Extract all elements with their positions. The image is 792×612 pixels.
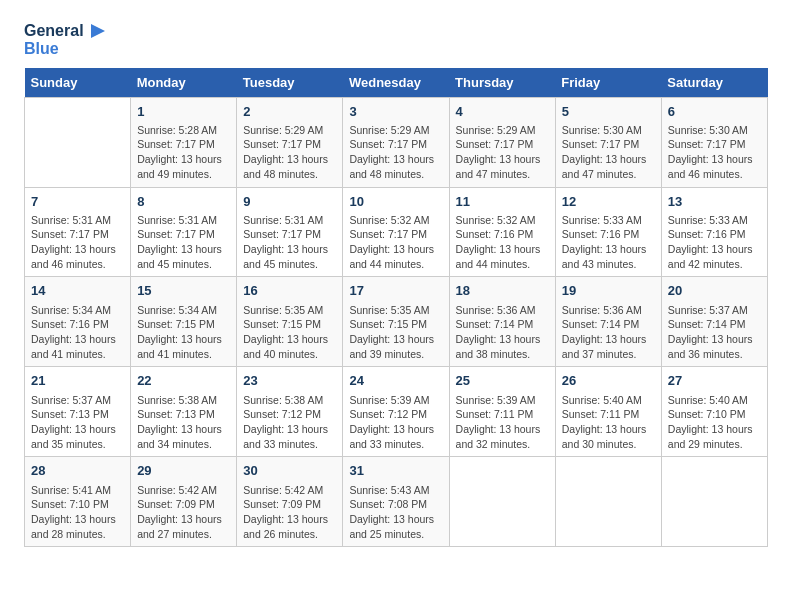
calendar-cell: 6Sunrise: 5:30 AM Sunset: 7:17 PM Daylig… (661, 97, 767, 187)
calendar-cell: 20Sunrise: 5:37 AM Sunset: 7:14 PM Dayli… (661, 277, 767, 367)
calendar-cell: 8Sunrise: 5:31 AM Sunset: 7:17 PM Daylig… (131, 187, 237, 277)
week-row-4: 21Sunrise: 5:37 AM Sunset: 7:13 PM Dayli… (25, 367, 768, 457)
day-number: 16 (243, 282, 336, 300)
day-number: 6 (668, 103, 761, 121)
calendar-cell: 13Sunrise: 5:33 AM Sunset: 7:16 PM Dayli… (661, 187, 767, 277)
day-info: Sunrise: 5:34 AM Sunset: 7:16 PM Dayligh… (31, 303, 124, 362)
column-header-saturday: Saturday (661, 68, 767, 98)
day-number: 24 (349, 372, 442, 390)
day-number: 27 (668, 372, 761, 390)
day-info: Sunrise: 5:37 AM Sunset: 7:14 PM Dayligh… (668, 303, 761, 362)
day-number: 19 (562, 282, 655, 300)
calendar-cell: 11Sunrise: 5:32 AM Sunset: 7:16 PM Dayli… (449, 187, 555, 277)
logo: General Blue (24, 20, 109, 58)
day-number: 18 (456, 282, 549, 300)
day-number: 7 (31, 193, 124, 211)
calendar-cell: 21Sunrise: 5:37 AM Sunset: 7:13 PM Dayli… (25, 367, 131, 457)
calendar-cell: 19Sunrise: 5:36 AM Sunset: 7:14 PM Dayli… (555, 277, 661, 367)
calendar-cell: 30Sunrise: 5:42 AM Sunset: 7:09 PM Dayli… (237, 457, 343, 547)
calendar-cell: 25Sunrise: 5:39 AM Sunset: 7:11 PM Dayli… (449, 367, 555, 457)
calendar-cell: 27Sunrise: 5:40 AM Sunset: 7:10 PM Dayli… (661, 367, 767, 457)
week-row-3: 14Sunrise: 5:34 AM Sunset: 7:16 PM Dayli… (25, 277, 768, 367)
day-number: 1 (137, 103, 230, 121)
day-info: Sunrise: 5:38 AM Sunset: 7:12 PM Dayligh… (243, 393, 336, 452)
calendar-cell: 12Sunrise: 5:33 AM Sunset: 7:16 PM Dayli… (555, 187, 661, 277)
calendar-cell (25, 97, 131, 187)
day-number: 15 (137, 282, 230, 300)
calendar-cell: 26Sunrise: 5:40 AM Sunset: 7:11 PM Dayli… (555, 367, 661, 457)
day-number: 3 (349, 103, 442, 121)
calendar-cell: 17Sunrise: 5:35 AM Sunset: 7:15 PM Dayli… (343, 277, 449, 367)
calendar-cell: 7Sunrise: 5:31 AM Sunset: 7:17 PM Daylig… (25, 187, 131, 277)
day-number: 8 (137, 193, 230, 211)
calendar-cell: 14Sunrise: 5:34 AM Sunset: 7:16 PM Dayli… (25, 277, 131, 367)
day-info: Sunrise: 5:35 AM Sunset: 7:15 PM Dayligh… (243, 303, 336, 362)
day-number: 23 (243, 372, 336, 390)
day-number: 21 (31, 372, 124, 390)
calendar-cell: 22Sunrise: 5:38 AM Sunset: 7:13 PM Dayli… (131, 367, 237, 457)
day-info: Sunrise: 5:42 AM Sunset: 7:09 PM Dayligh… (243, 483, 336, 542)
column-header-thursday: Thursday (449, 68, 555, 98)
day-number: 31 (349, 462, 442, 480)
day-info: Sunrise: 5:36 AM Sunset: 7:14 PM Dayligh… (456, 303, 549, 362)
day-info: Sunrise: 5:33 AM Sunset: 7:16 PM Dayligh… (562, 213, 655, 272)
calendar-cell: 28Sunrise: 5:41 AM Sunset: 7:10 PM Dayli… (25, 457, 131, 547)
day-number: 29 (137, 462, 230, 480)
day-number: 30 (243, 462, 336, 480)
calendar-cell: 3Sunrise: 5:29 AM Sunset: 7:17 PM Daylig… (343, 97, 449, 187)
day-info: Sunrise: 5:40 AM Sunset: 7:10 PM Dayligh… (668, 393, 761, 452)
day-info: Sunrise: 5:40 AM Sunset: 7:11 PM Dayligh… (562, 393, 655, 452)
header: General Blue (24, 20, 768, 58)
day-info: Sunrise: 5:28 AM Sunset: 7:17 PM Dayligh… (137, 123, 230, 182)
svg-marker-0 (91, 24, 105, 38)
column-header-tuesday: Tuesday (237, 68, 343, 98)
day-number: 25 (456, 372, 549, 390)
calendar-cell: 10Sunrise: 5:32 AM Sunset: 7:17 PM Dayli… (343, 187, 449, 277)
day-number: 14 (31, 282, 124, 300)
calendar-cell: 9Sunrise: 5:31 AM Sunset: 7:17 PM Daylig… (237, 187, 343, 277)
day-info: Sunrise: 5:36 AM Sunset: 7:14 PM Dayligh… (562, 303, 655, 362)
day-info: Sunrise: 5:35 AM Sunset: 7:15 PM Dayligh… (349, 303, 442, 362)
calendar-cell: 24Sunrise: 5:39 AM Sunset: 7:12 PM Dayli… (343, 367, 449, 457)
header-row: SundayMondayTuesdayWednesdayThursdayFrid… (25, 68, 768, 98)
calendar-cell: 2Sunrise: 5:29 AM Sunset: 7:17 PM Daylig… (237, 97, 343, 187)
calendar-cell: 23Sunrise: 5:38 AM Sunset: 7:12 PM Dayli… (237, 367, 343, 457)
day-number: 20 (668, 282, 761, 300)
calendar-cell: 4Sunrise: 5:29 AM Sunset: 7:17 PM Daylig… (449, 97, 555, 187)
day-info: Sunrise: 5:31 AM Sunset: 7:17 PM Dayligh… (243, 213, 336, 272)
day-info: Sunrise: 5:29 AM Sunset: 7:17 PM Dayligh… (456, 123, 549, 182)
logo-text-general: General (24, 22, 84, 40)
day-info: Sunrise: 5:32 AM Sunset: 7:17 PM Dayligh… (349, 213, 442, 272)
day-info: Sunrise: 5:43 AM Sunset: 7:08 PM Dayligh… (349, 483, 442, 542)
day-number: 12 (562, 193, 655, 211)
week-row-5: 28Sunrise: 5:41 AM Sunset: 7:10 PM Dayli… (25, 457, 768, 547)
day-number: 13 (668, 193, 761, 211)
calendar-cell: 1Sunrise: 5:28 AM Sunset: 7:17 PM Daylig… (131, 97, 237, 187)
day-info: Sunrise: 5:31 AM Sunset: 7:17 PM Dayligh… (31, 213, 124, 272)
day-number: 9 (243, 193, 336, 211)
logo-text-blue: Blue (24, 40, 109, 58)
column-header-friday: Friday (555, 68, 661, 98)
day-info: Sunrise: 5:30 AM Sunset: 7:17 PM Dayligh… (562, 123, 655, 182)
column-header-wednesday: Wednesday (343, 68, 449, 98)
column-header-sunday: Sunday (25, 68, 131, 98)
week-row-1: 1Sunrise: 5:28 AM Sunset: 7:17 PM Daylig… (25, 97, 768, 187)
day-info: Sunrise: 5:41 AM Sunset: 7:10 PM Dayligh… (31, 483, 124, 542)
day-number: 26 (562, 372, 655, 390)
calendar-cell: 16Sunrise: 5:35 AM Sunset: 7:15 PM Dayli… (237, 277, 343, 367)
day-info: Sunrise: 5:33 AM Sunset: 7:16 PM Dayligh… (668, 213, 761, 272)
day-info: Sunrise: 5:39 AM Sunset: 7:11 PM Dayligh… (456, 393, 549, 452)
calendar-cell (661, 457, 767, 547)
calendar-cell (449, 457, 555, 547)
logo-arrow-icon (87, 20, 109, 42)
calendar-cell: 15Sunrise: 5:34 AM Sunset: 7:15 PM Dayli… (131, 277, 237, 367)
day-info: Sunrise: 5:42 AM Sunset: 7:09 PM Dayligh… (137, 483, 230, 542)
day-number: 10 (349, 193, 442, 211)
calendar-cell (555, 457, 661, 547)
day-info: Sunrise: 5:30 AM Sunset: 7:17 PM Dayligh… (668, 123, 761, 182)
day-info: Sunrise: 5:34 AM Sunset: 7:15 PM Dayligh… (137, 303, 230, 362)
day-number: 11 (456, 193, 549, 211)
calendar-cell: 5Sunrise: 5:30 AM Sunset: 7:17 PM Daylig… (555, 97, 661, 187)
day-info: Sunrise: 5:29 AM Sunset: 7:17 PM Dayligh… (243, 123, 336, 182)
week-row-2: 7Sunrise: 5:31 AM Sunset: 7:17 PM Daylig… (25, 187, 768, 277)
